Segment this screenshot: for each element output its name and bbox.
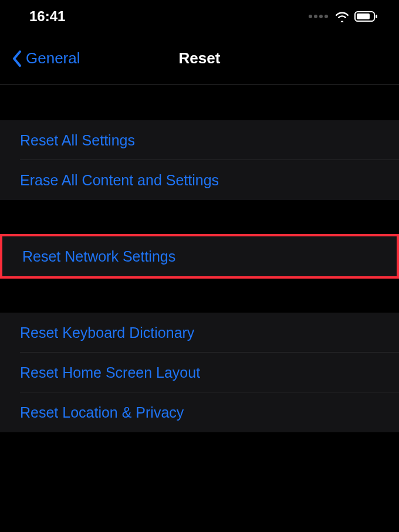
reset-location-privacy-row[interactable]: Reset Location & Privacy [0,392,399,432]
svg-rect-2 [376,15,377,18]
chevron-left-icon [12,50,22,67]
status-bar: 16:41 [0,0,399,32]
battery-icon [354,11,378,22]
settings-group: Reset All Settings Erase All Content and… [0,120,399,200]
back-button[interactable]: General [0,49,80,67]
row-label: Reset Location & Privacy [20,404,184,421]
row-label: Erase All Content and Settings [20,172,219,189]
status-icons [309,11,378,22]
cellular-signal-icon [309,15,328,18]
section-spacer [0,279,399,313]
row-label: Reset All Settings [20,132,135,149]
settings-group: Reset Keyboard Dictionary Reset Home Scr… [0,313,399,432]
back-label: General [26,49,80,67]
page-title: Reset [179,49,221,67]
wifi-icon [334,11,350,22]
row-label: Reset Keyboard Dictionary [20,324,194,341]
reset-keyboard-dictionary-row[interactable]: Reset Keyboard Dictionary [0,313,399,353]
section-spacer [0,200,399,234]
row-label: Reset Home Screen Layout [20,364,200,381]
reset-home-screen-layout-row[interactable]: Reset Home Screen Layout [0,353,399,392]
erase-all-content-row[interactable]: Erase All Content and Settings [0,160,399,200]
navigation-bar: General Reset [0,32,399,85]
settings-group-highlighted: Reset Network Settings [0,234,399,279]
status-time: 16:41 [29,8,65,25]
reset-all-settings-row[interactable]: Reset All Settings [0,120,399,160]
section-spacer [0,85,399,120]
reset-network-settings-row[interactable]: Reset Network Settings [2,236,397,276]
svg-rect-1 [357,13,370,19]
row-label: Reset Network Settings [22,248,175,265]
